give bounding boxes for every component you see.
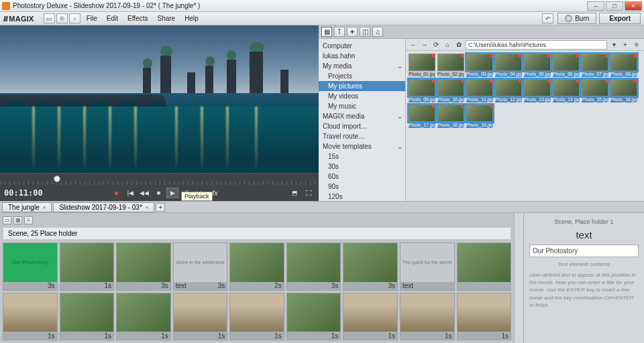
new-icon[interactable]: ▭	[44, 13, 55, 23]
tab-audio-icon[interactable]: ♫	[372, 27, 383, 37]
vertical-scrollbar[interactable]	[514, 213, 523, 343]
thumbnail[interactable]: Photo_05.jpg	[524, 54, 551, 77]
tab-transition-icon[interactable]: ◫	[360, 27, 370, 37]
storyboard-clip[interactable]: 3s	[116, 243, 171, 291]
thumbnail[interactable]: Photo_02.jpg	[437, 54, 464, 77]
menu-file[interactable]: File	[82, 13, 102, 24]
tree-node[interactable]: 60s	[319, 172, 405, 182]
storyboard-clip[interactable]	[457, 243, 512, 291]
save-icon[interactable]: ▫	[69, 13, 80, 23]
storyboard-clip[interactable]: 1s	[60, 243, 115, 291]
open-icon[interactable]: ⎘	[56, 13, 68, 23]
play-button[interactable]: ▶	[166, 188, 178, 198]
tree-node[interactable]: 120s	[319, 192, 405, 201]
tree-node[interactable]: My media	[319, 61, 405, 71]
close-button[interactable]: ×	[625, 1, 642, 11]
tab-fx-icon[interactable]: ✦	[347, 27, 358, 37]
title-input[interactable]: Our Photostory	[529, 245, 639, 257]
tab-text-icon[interactable]: T	[334, 27, 345, 37]
tree-node[interactable]: My videos	[319, 91, 405, 101]
thumbnail[interactable]: Photo_16.jpg	[610, 79, 637, 102]
storyboard-row[interactable]: 1s1s1s1s1s1s1s1s1s	[3, 293, 511, 341]
tab-slideshow[interactable]: Slideshow 2017-09-19 - 03*×	[53, 202, 154, 212]
storyboard-clip[interactable]: Our Photostory3s	[3, 243, 58, 291]
menu-effects[interactable]: Effects	[123, 13, 152, 24]
sb-zoom-in-icon[interactable]: ▦	[13, 216, 22, 224]
nav-home-icon[interactable]: ⌂	[443, 40, 452, 49]
rewind-button[interactable]: ◀◀	[138, 188, 150, 198]
storyboard-clip[interactable]: 1s	[3, 293, 58, 341]
tree-node[interactable]: Movie templates	[319, 141, 405, 151]
close-tab-icon[interactable]: ×	[146, 204, 149, 210]
nav-gear-icon[interactable]: ✿	[454, 40, 464, 49]
burn-button[interactable]: Burn	[557, 13, 596, 24]
storyboard-clip[interactable]: 1s	[229, 293, 284, 341]
tree-node[interactable]: lukas.hahn	[319, 51, 405, 61]
thumbnail[interactable]: Photo_04.jpg	[495, 54, 522, 77]
stop-button[interactable]: ■	[152, 188, 164, 198]
thumbnail[interactable]: Photo_14.jpg	[553, 79, 580, 102]
thumbnail[interactable]: Photo_01.jpg	[409, 54, 435, 77]
tab-the-jungle[interactable]: The jungle×	[2, 202, 52, 212]
thumbnail[interactable]: Photo_19.jpg	[466, 105, 493, 128]
minimize-button[interactable]: –	[587, 1, 604, 11]
thumbnail[interactable]: Photo_11.jpg	[466, 79, 493, 102]
record-button[interactable]: ●	[110, 188, 122, 198]
tree-node[interactable]: My music	[319, 101, 405, 111]
thumbnail[interactable]: Photo_18.jpg	[437, 105, 464, 128]
thumbnail[interactable]: Photo_10.jpg	[437, 79, 464, 102]
tree-node[interactable]: Projects	[319, 71, 405, 81]
seek-handle[interactable]	[54, 176, 60, 182]
storyboard-clip[interactable]: Alone in the wildernesstext3s	[173, 243, 228, 291]
storyboard-clip[interactable]: The quest for the secrettext	[400, 243, 455, 291]
thumbnail[interactable]: Photo_12.jpg	[495, 79, 522, 102]
thumbnail[interactable]: Photo_15.jpg	[582, 79, 608, 102]
menu-help[interactable]: Help	[180, 13, 203, 24]
sb-zoom-out-icon[interactable]: ▭	[3, 216, 11, 224]
tree-node[interactable]: 30s	[319, 161, 405, 172]
nav-refresh-icon[interactable]: ⟳	[431, 40, 441, 49]
storyboard-row[interactable]: Our Photostory3s1s3sAlone in the wildern…	[3, 243, 511, 291]
thumbnail[interactable]: Photo_17.jpg	[409, 105, 435, 128]
path-dropdown-icon[interactable]: ▾	[609, 40, 619, 49]
thumbnail[interactable]: Photo_13.jpg	[524, 79, 551, 102]
tree-node[interactable]: My pictures	[319, 81, 405, 91]
seek-bar[interactable]	[0, 173, 319, 185]
marker-button[interactable]: ⬒	[288, 188, 301, 198]
folder-tree[interactable]: Computerlukas.hahnMy mediaProjectsMy pic…	[319, 39, 406, 201]
nav-fwd-icon[interactable]: →	[420, 40, 429, 49]
tree-node[interactable]: Travel route…	[319, 131, 405, 141]
export-button[interactable]: Export	[599, 13, 641, 24]
tree-node[interactable]: Computer	[319, 41, 405, 51]
fullscreen-button[interactable]: ⛶	[303, 188, 315, 198]
thumbnail[interactable]: Photo_07.jpg	[582, 54, 608, 77]
add-folder-icon[interactable]: +	[621, 40, 630, 49]
tree-node[interactable]: MAGIX media	[319, 111, 405, 121]
thumbnail[interactable]: Photo_08.jpg	[610, 54, 637, 77]
storyboard-clip[interactable]: 1s	[173, 293, 228, 341]
thumbnail[interactable]: Photo_06.jpg	[553, 54, 580, 77]
thumbnail[interactable]: Photo_09.jpg	[409, 79, 435, 102]
storyboard-clip[interactable]: 1s	[343, 293, 398, 341]
thumbnail-grid[interactable]: Photo_01.jpgPhoto_02.jpgPhoto_03.jpgPhot…	[406, 51, 644, 201]
maximize-button[interactable]: □	[606, 1, 623, 11]
storyboard-clip[interactable]: 1s	[457, 293, 512, 341]
video-preview[interactable]	[0, 25, 319, 173]
tab-grid-icon[interactable]: ▦	[321, 27, 332, 37]
nav-back-icon[interactable]: ←	[409, 40, 418, 49]
undo-icon[interactable]: ↶	[542, 13, 553, 23]
thumbnail[interactable]: Photo_03.jpg	[466, 54, 493, 77]
storyboard-clip[interactable]: 3s	[343, 243, 398, 291]
view-options-icon[interactable]: ≡	[632, 40, 641, 49]
storyboard-clip[interactable]: 1s	[116, 293, 171, 341]
tree-node[interactable]: 90s	[319, 182, 405, 192]
storyboard-clip[interactable]: 3s	[286, 243, 341, 291]
storyboard-clip[interactable]: 1s	[60, 293, 115, 341]
menu-edit[interactable]: Edit	[102, 13, 123, 24]
tree-node[interactable]: 15s	[319, 151, 405, 161]
close-tab-icon[interactable]: ×	[43, 204, 46, 210]
add-tab-button[interactable]: +	[156, 203, 165, 212]
sb-list-icon[interactable]: ≡	[24, 216, 33, 224]
skip-start-button[interactable]: |◀	[124, 188, 136, 198]
tree-node[interactable]: Cloud import…	[319, 121, 405, 131]
